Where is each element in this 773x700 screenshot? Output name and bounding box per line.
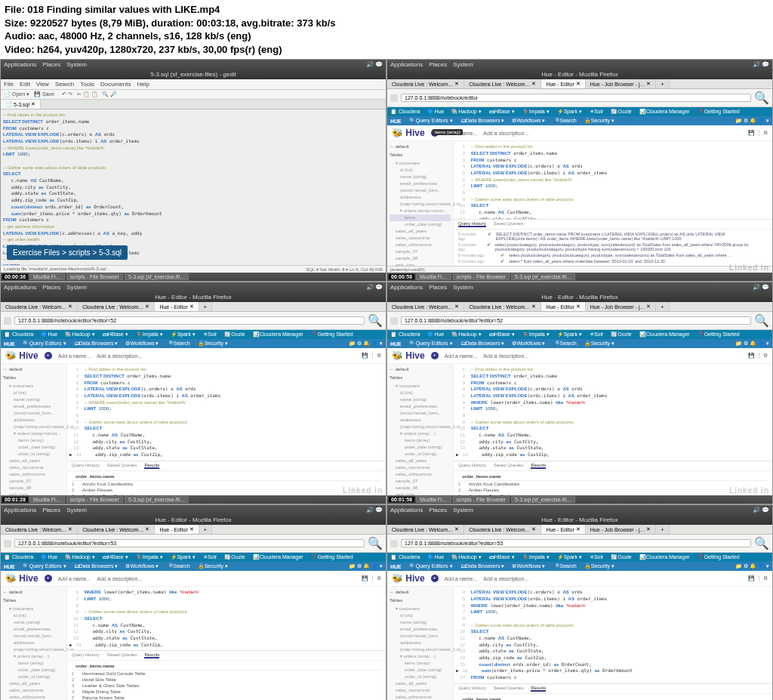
gedit-menu[interactable]: FileEditViewSearchToolsDocumentsHelp [1,79,386,90]
watermark: Linked in [729,264,769,272]
gnome-system[interactable]: System [66,61,87,68]
task-gedit[interactable]: 5-3.sql (sf_exercise-fil… [125,273,189,280]
gnome-places[interactable]: Places [42,61,60,68]
hue-sub-nav[interactable]: HUE🔍Query Editors ▾🗂Data Browsers ▾⚙Work… [387,116,772,125]
meta-audio: Audio: aac, 48000 Hz, 2 channels, s16, 1… [5,29,768,43]
gnome-apps[interactable]: Applications [4,61,36,68]
back-icon[interactable] [390,94,398,102]
cell-hue-5: ApplicationsPlacesSystem🔊 💬 Hue - Editor… [0,504,386,700]
sql-editor[interactable]: 6 WHERE lower(order_items.name) like '%t… [67,587,386,650]
meta-video: Video: h264, yuv420p, 1280x720, 237 kb/s… [5,43,768,57]
search-icon[interactable]: 🔍 [754,91,769,105]
tab-history[interactable]: Query History [458,221,486,227]
gedit-status-left: Loading file '/media/sf_exercise-files/s… [4,267,111,272]
breadcrumb-overlay: Exercise Files > scripts > 5-3.sql [7,245,128,260]
firefox-tabs[interactable]: Cloudera Live : Welcom… ✕Cloudera Live :… [387,79,772,89]
meta-file: File: 018 Finding similar values with LI… [5,3,768,17]
gedit-toolbar[interactable]: 📄 Open ▾ 💾 Save ↶ ↷ ✂ 📋 📋 🔍 🔎 [1,90,386,100]
add-desc-input[interactable]: Add a description... [483,131,528,136]
results-table: order_items.name 1Acrylic Knot Candlesti… [67,471,386,495]
tab-results[interactable]: Results [144,463,159,469]
db-sidebar[interactable]: ← default Tables ▾ customers id (int) na… [387,141,454,266]
ff-status: javascript:void(0); [387,266,772,273]
sql-editor[interactable]: 1 -- Find tables in the product list 2 S… [454,141,772,219]
url-input[interactable] [14,316,365,325]
cell-hue-history: ApplicationsPlacesSystem🔊 💬 Hue - Editor… [386,59,773,282]
gedit-code[interactable]: -- Find tables in the product list SELEC… [1,109,386,265]
url-input[interactable] [401,539,751,547]
cell-hue-3: ApplicationsPlacesSystem🔊 💬 Hue - Editor… [0,282,386,504]
sql-editor[interactable]: 1 -- Find tables in the product list 2 S… [67,364,386,461]
tab-saved[interactable]: Saved Queries [494,221,524,227]
meta-size: Size: 9220527 bytes (8,79 MiB), duration… [5,17,768,30]
url-input[interactable] [401,316,751,325]
gedit-title: 5-3.sql (sf_exercise-files) - gedit [1,69,386,79]
hue-top-nav[interactable]: 📋 Cloudera🔷Hue🐘Hadoop ▾🗃HBase ▾🦌Impala ▾… [387,107,772,116]
cell-hue-6: ApplicationsPlacesSystem🔊 💬 Hue - Editor… [386,504,773,700]
cell-hue-4: ApplicationsPlacesSystem🔊 💬 Hue - Editor… [386,282,773,504]
results-table: order_items.name 1Hammered Gold Console … [67,661,386,700]
url-input[interactable] [401,94,751,102]
task-filebrowser[interactable]: scripts - File Browser [66,273,123,280]
cell-gedit: ApplicationsPlacesSystem🔊 💬 5-3.sql (sf_… [0,59,386,282]
gedit-tab[interactable]: 📄 5-3.sql ✕ [1,100,41,109]
timestamp: 00:00:36 [2,274,28,279]
firefox-title: Hue - Editor - Mozilla Firefox [387,69,772,79]
sql-editor[interactable]: 1 -- Find tables in the product list 2 S… [454,364,772,461]
task-mozilla[interactable]: Mozilla Fi… [29,273,65,280]
url-input[interactable] [14,539,365,547]
gedit-status-right: SQL ▾ Tab Width: 8 ▾ Ln 9, Col 43 INS [306,267,383,272]
sql-editor[interactable]: 4 LATERAL VIEW EXPLODE(c.orders) o AS or… [454,587,772,683]
